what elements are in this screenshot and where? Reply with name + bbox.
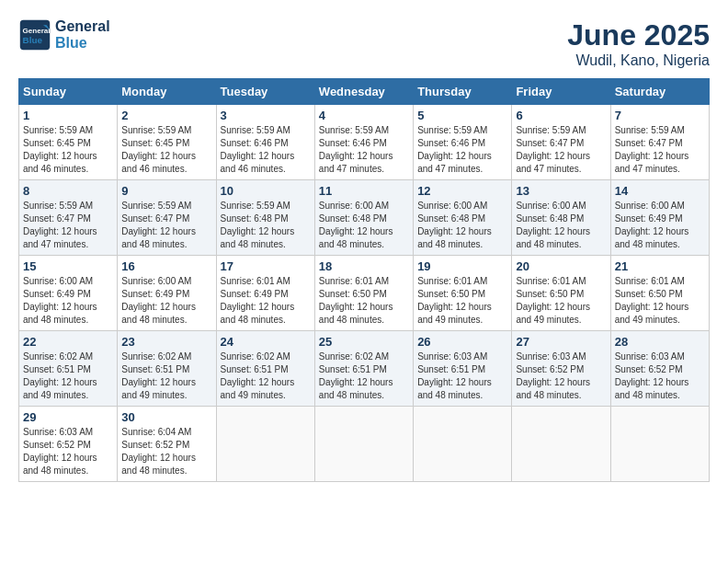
- calendar-cell: 1 Sunrise: 5:59 AM Sunset: 6:45 PM Dayli…: [19, 105, 118, 180]
- day-info: Sunrise: 5:59 AM Sunset: 6:46 PM Dayligh…: [417, 124, 507, 176]
- calendar-cell: 12 Sunrise: 6:00 AM Sunset: 6:48 PM Dayl…: [414, 180, 512, 256]
- calendar-cell: 10 Sunrise: 5:59 AM Sunset: 6:48 PM Dayl…: [216, 180, 314, 256]
- calendar-cell: [216, 407, 314, 482]
- calendar-cell: 14 Sunrise: 6:00 AM Sunset: 6:49 PM Dayl…: [610, 180, 709, 256]
- day-number: 2: [121, 109, 211, 122]
- day-number: 20: [516, 259, 606, 273]
- day-info: Sunrise: 6:00 AM Sunset: 6:49 PM Dayligh…: [23, 275, 113, 327]
- calendar-cell: 5 Sunrise: 5:59 AM Sunset: 6:46 PM Dayli…: [414, 105, 512, 180]
- calendar-cell: 3 Sunrise: 5:59 AM Sunset: 6:46 PM Dayli…: [216, 105, 314, 180]
- day-info: Sunrise: 6:03 AM Sunset: 6:52 PM Dayligh…: [23, 426, 113, 477]
- day-info: Sunrise: 6:00 AM Sunset: 6:48 PM Dayligh…: [516, 200, 606, 251]
- day-number: 19: [417, 259, 507, 273]
- calendar-cell: 13 Sunrise: 6:00 AM Sunset: 6:48 PM Dayl…: [512, 180, 610, 256]
- calendar-cell: 26 Sunrise: 6:03 AM Sunset: 6:51 PM Dayl…: [414, 331, 512, 407]
- calendar-cell: 25 Sunrise: 6:02 AM Sunset: 6:51 PM Dayl…: [314, 331, 413, 407]
- day-number: 7: [615, 109, 705, 122]
- weekday-header-sunday: Sunday: [19, 79, 118, 105]
- day-info: Sunrise: 6:01 AM Sunset: 6:50 PM Dayligh…: [516, 275, 606, 327]
- calendar-week-row: 29 Sunrise: 6:03 AM Sunset: 6:52 PM Dayl…: [19, 407, 710, 482]
- day-number: 30: [121, 410, 211, 424]
- day-number: 3: [221, 109, 311, 122]
- day-info: Sunrise: 5:59 AM Sunset: 6:46 PM Dayligh…: [221, 124, 311, 176]
- calendar-cell: 21 Sunrise: 6:01 AM Sunset: 6:50 PM Dayl…: [610, 256, 709, 331]
- svg-text:General: General: [23, 27, 51, 35]
- day-info: Sunrise: 6:00 AM Sunset: 6:49 PM Dayligh…: [615, 200, 705, 251]
- day-number: 9: [121, 184, 211, 198]
- calendar-cell: 23 Sunrise: 6:02 AM Sunset: 6:51 PM Dayl…: [118, 331, 216, 407]
- calendar-cell: 19 Sunrise: 6:01 AM Sunset: 6:50 PM Dayl…: [414, 256, 512, 331]
- day-number: 4: [319, 109, 409, 122]
- day-number: 6: [516, 109, 606, 122]
- day-number: 25: [319, 335, 409, 349]
- header: General Blue General Blue June 2025 Wudi…: [18, 18, 710, 69]
- calendar-cell: 20 Sunrise: 6:01 AM Sunset: 6:50 PM Dayl…: [512, 256, 610, 331]
- day-info: Sunrise: 5:59 AM Sunset: 6:45 PM Dayligh…: [121, 124, 211, 176]
- svg-text:Blue: Blue: [23, 35, 43, 45]
- day-info: Sunrise: 6:00 AM Sunset: 6:48 PM Dayligh…: [319, 200, 409, 251]
- day-info: Sunrise: 5:59 AM Sunset: 6:47 PM Dayligh…: [615, 124, 705, 176]
- calendar-cell: [512, 407, 610, 482]
- calendar-cell: 18 Sunrise: 6:01 AM Sunset: 6:50 PM Dayl…: [314, 256, 413, 331]
- logo-text: General Blue: [55, 18, 110, 51]
- calendar-week-row: 1 Sunrise: 5:59 AM Sunset: 6:45 PM Dayli…: [19, 105, 710, 180]
- day-number: 8: [23, 184, 113, 198]
- day-number: 28: [615, 335, 705, 349]
- calendar-cell: 29 Sunrise: 6:03 AM Sunset: 6:52 PM Dayl…: [19, 407, 118, 482]
- day-number: 17: [221, 259, 311, 273]
- weekday-header-wednesday: Wednesday: [314, 79, 413, 105]
- calendar-week-row: 15 Sunrise: 6:00 AM Sunset: 6:49 PM Dayl…: [19, 256, 710, 331]
- day-number: 13: [516, 184, 606, 198]
- logo: General Blue General Blue: [18, 18, 110, 52]
- calendar-cell: 28 Sunrise: 6:03 AM Sunset: 6:52 PM Dayl…: [610, 331, 709, 407]
- day-info: Sunrise: 6:02 AM Sunset: 6:51 PM Dayligh…: [319, 350, 409, 402]
- day-info: Sunrise: 6:01 AM Sunset: 6:50 PM Dayligh…: [615, 275, 705, 327]
- day-info: Sunrise: 5:59 AM Sunset: 6:47 PM Dayligh…: [23, 200, 113, 251]
- day-number: 26: [417, 335, 507, 349]
- calendar-cell: 8 Sunrise: 5:59 AM Sunset: 6:47 PM Dayli…: [19, 180, 118, 256]
- weekday-header-row: SundayMondayTuesdayWednesdayThursdayFrid…: [19, 79, 710, 105]
- day-info: Sunrise: 6:03 AM Sunset: 6:51 PM Dayligh…: [417, 350, 507, 402]
- day-info: Sunrise: 6:02 AM Sunset: 6:51 PM Dayligh…: [23, 350, 113, 402]
- calendar-subtitle: Wudil, Kano, Nigeria: [567, 52, 710, 69]
- weekday-header-monday: Monday: [118, 79, 216, 105]
- day-info: Sunrise: 6:02 AM Sunset: 6:51 PM Dayligh…: [221, 350, 311, 402]
- day-info: Sunrise: 6:01 AM Sunset: 6:50 PM Dayligh…: [319, 275, 409, 327]
- calendar-cell: [314, 407, 413, 482]
- day-number: 27: [516, 335, 606, 349]
- calendar-cell: 7 Sunrise: 5:59 AM Sunset: 6:47 PM Dayli…: [610, 105, 709, 180]
- day-info: Sunrise: 6:00 AM Sunset: 6:49 PM Dayligh…: [121, 275, 211, 327]
- day-info: Sunrise: 5:59 AM Sunset: 6:47 PM Dayligh…: [121, 200, 211, 251]
- weekday-header-thursday: Thursday: [414, 79, 512, 105]
- calendar-cell: 24 Sunrise: 6:02 AM Sunset: 6:51 PM Dayl…: [216, 331, 314, 407]
- calendar-cell: 16 Sunrise: 6:00 AM Sunset: 6:49 PM Dayl…: [118, 256, 216, 331]
- page-container: General Blue General Blue June 2025 Wudi…: [18, 18, 710, 482]
- weekday-header-saturday: Saturday: [610, 79, 709, 105]
- weekday-header-friday: Friday: [512, 79, 610, 105]
- day-info: Sunrise: 5:59 AM Sunset: 6:46 PM Dayligh…: [319, 124, 409, 176]
- day-info: Sunrise: 6:03 AM Sunset: 6:52 PM Dayligh…: [516, 350, 606, 402]
- day-info: Sunrise: 5:59 AM Sunset: 6:47 PM Dayligh…: [516, 124, 606, 176]
- day-number: 18: [319, 259, 409, 273]
- day-number: 21: [615, 259, 705, 273]
- day-number: 11: [319, 184, 409, 198]
- day-info: Sunrise: 6:01 AM Sunset: 6:49 PM Dayligh…: [221, 275, 311, 327]
- calendar-cell: 30 Sunrise: 6:04 AM Sunset: 6:52 PM Dayl…: [118, 407, 216, 482]
- calendar-cell: 15 Sunrise: 6:00 AM Sunset: 6:49 PM Dayl…: [19, 256, 118, 331]
- title-section: June 2025 Wudil, Kano, Nigeria: [567, 18, 710, 69]
- weekday-header-tuesday: Tuesday: [216, 79, 314, 105]
- day-info: Sunrise: 6:03 AM Sunset: 6:52 PM Dayligh…: [615, 350, 705, 402]
- day-info: Sunrise: 6:04 AM Sunset: 6:52 PM Dayligh…: [121, 426, 211, 477]
- day-number: 29: [23, 410, 113, 424]
- day-number: 14: [615, 184, 705, 198]
- calendar-table: SundayMondayTuesdayWednesdayThursdayFrid…: [18, 78, 710, 482]
- day-info: Sunrise: 6:00 AM Sunset: 6:48 PM Dayligh…: [417, 200, 507, 251]
- day-number: 15: [23, 259, 113, 273]
- day-number: 23: [121, 335, 211, 349]
- calendar-week-row: 22 Sunrise: 6:02 AM Sunset: 6:51 PM Dayl…: [19, 331, 710, 407]
- calendar-cell: 22 Sunrise: 6:02 AM Sunset: 6:51 PM Dayl…: [19, 331, 118, 407]
- calendar-cell: [414, 407, 512, 482]
- calendar-cell: 17 Sunrise: 6:01 AM Sunset: 6:49 PM Dayl…: [216, 256, 314, 331]
- day-info: Sunrise: 6:01 AM Sunset: 6:50 PM Dayligh…: [417, 275, 507, 327]
- day-info: Sunrise: 5:59 AM Sunset: 6:45 PM Dayligh…: [23, 124, 113, 176]
